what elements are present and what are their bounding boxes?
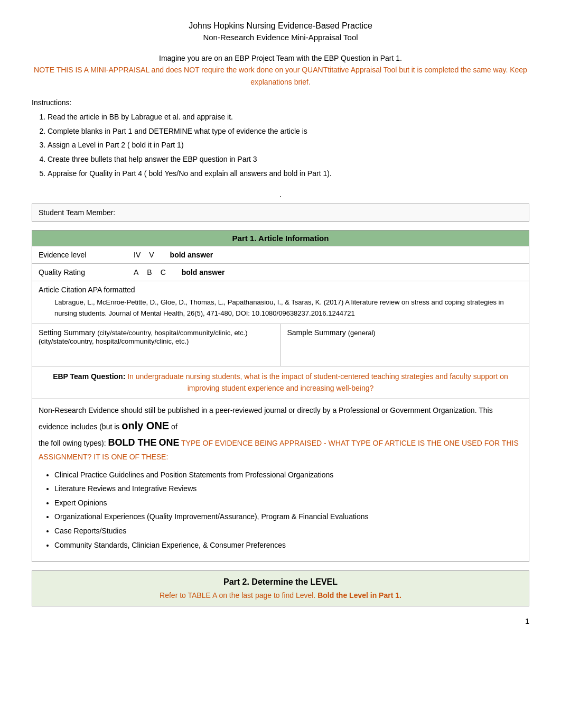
non-research-bold-line: the foll owing types): BOLD THE ONE TYPE…: [39, 435, 522, 463]
quality-option-c: C: [161, 268, 166, 277]
bullet-item-2: Literature Reviews and Integrative Revie…: [54, 482, 522, 496]
intro-line2: NOTE THIS IS A MINI-APPRAISAL and does N…: [32, 64, 529, 88]
part2-refer-text: Refer to TABLE A on the last page to fin…: [160, 591, 315, 600]
part2-bold-text: Bold the Level in Part 1.: [317, 591, 401, 600]
following-text: the foll owing types):: [39, 439, 106, 447]
header-title-line1: Johns Hopkins Nursing Evidence-Based Pra…: [32, 21, 529, 31]
separator: .: [32, 190, 529, 199]
ebp-inner: EBP Team Question: In undergraduate nurs…: [32, 366, 529, 399]
student-team-label: Student Team Member:: [39, 208, 115, 217]
quality-option-a: A: [134, 268, 138, 277]
setting-col: Setting Summary (city/state/country, hos…: [32, 324, 281, 366]
setting-sample-row: Setting Summary (city/state/country, hos…: [32, 324, 529, 366]
non-research-box: Non-Research Evidence should still be pu…: [32, 399, 529, 563]
page-number: 1: [32, 617, 529, 625]
evidence-bold-answer: bold answer: [170, 251, 213, 259]
ebp-question-text: In undergraduate nursing students, what …: [127, 372, 508, 392]
instruction-item-4: Create three bullets that help answer th…: [48, 152, 529, 167]
quality-rating-options: A B C: [134, 268, 166, 277]
bullet-item-1: Clinical Practice Guidelines and Positio…: [54, 468, 522, 482]
part1-wrapper: Part 1. Article Information Evidence lev…: [32, 230, 529, 366]
instructions-list: Read the article in BB by Labrague et al…: [48, 110, 529, 180]
evidence-level-label: Evidence level: [39, 251, 123, 259]
setting-label: Setting Summary: [39, 328, 95, 337]
instructions-label: Instructions:: [32, 98, 529, 107]
one-type-text: ONE: [158, 437, 179, 448]
sample-sublabel: (general): [348, 329, 376, 337]
bullet-item-6: Community Standards, Clinician Experienc…: [54, 538, 522, 552]
non-research-intro-line: Non-Research Evidence should still be pu…: [39, 404, 522, 435]
part2-title: Part 2. Determine the LEVEL: [39, 577, 522, 587]
bold-the-text: BOLD THE: [108, 437, 157, 448]
non-research-intro-text: Non-Research Evidence should still be pu…: [39, 406, 493, 431]
setting-sublabel: (city/state/country, hospital/community/…: [97, 329, 247, 337]
intro-line1: Imagine you are on an EBP Project Team w…: [32, 52, 529, 64]
student-team-box: Student Team Member:: [32, 204, 529, 222]
evidence-option-iv: IV: [134, 251, 141, 259]
citation-text: Labrague, L., McEnroe-Petitte, D., Gloe,…: [54, 297, 522, 319]
instructions-section: Instructions: Read the article in BB by …: [32, 98, 529, 180]
part1-header: Part 1. Article Information: [32, 231, 529, 246]
part2-box: Part 2. Determine the LEVEL Refer to TAB…: [32, 570, 529, 606]
header-title-line2: Non-Research Evidence Mini-Appraisal Too…: [32, 33, 529, 42]
intro-section: Imagine you are on an EBP Project Team w…: [32, 52, 529, 88]
quality-rating-label: Quality Rating: [39, 268, 123, 277]
part2-refer-line: Refer to TABLE A on the last page to fin…: [39, 591, 522, 600]
bullet-item-5: Case Reports/Studies: [54, 524, 522, 538]
setting-sublabel-text: (city/state/country, hospital/community/…: [39, 337, 189, 345]
ebp-question-box: EBP Team Question: In undergraduate nurs…: [32, 366, 529, 399]
sample-col: Sample Summary (general): [281, 324, 529, 366]
instruction-item-1: Read the article in BB by Labrague et al…: [48, 110, 529, 124]
bullet-item-4: Organizational Experiences (Quality Impr…: [54, 510, 522, 524]
quality-rating-row: Quality Rating A B C bold answer: [32, 263, 529, 281]
article-citation-label: Article Citation APA formatted: [39, 285, 522, 294]
evidence-option-v: V: [149, 251, 154, 259]
ebp-question-label: EBP Team Question:: [53, 372, 125, 381]
bullet-item-3: Expert Opinions: [54, 496, 522, 510]
quality-option-b: B: [147, 268, 152, 277]
article-citation-row: Article Citation APA formatted Labrague,…: [32, 281, 529, 324]
evidence-level-options: IV V: [134, 251, 154, 259]
instruction-item-3: Assign a Level in Part 2 ( bold it in Pa…: [48, 138, 529, 152]
quality-bold-answer: bold answer: [182, 268, 225, 277]
evidence-level-row: Evidence level IV V bold answer: [32, 246, 529, 263]
instruction-item-5: Appraise for Quality in Part 4 ( bold Ye…: [48, 167, 529, 181]
page-header: Johns Hopkins Nursing Evidence-Based Pra…: [32, 21, 529, 42]
sample-label: Sample Summary: [287, 328, 346, 337]
of-text: of: [171, 422, 177, 431]
only-one-text: only ONE: [121, 420, 169, 431]
evidence-types-list: Clinical Practice Guidelines and Positio…: [54, 468, 522, 552]
instruction-item-2: Complete blanks in Part 1 and DETERMINE …: [48, 124, 529, 139]
